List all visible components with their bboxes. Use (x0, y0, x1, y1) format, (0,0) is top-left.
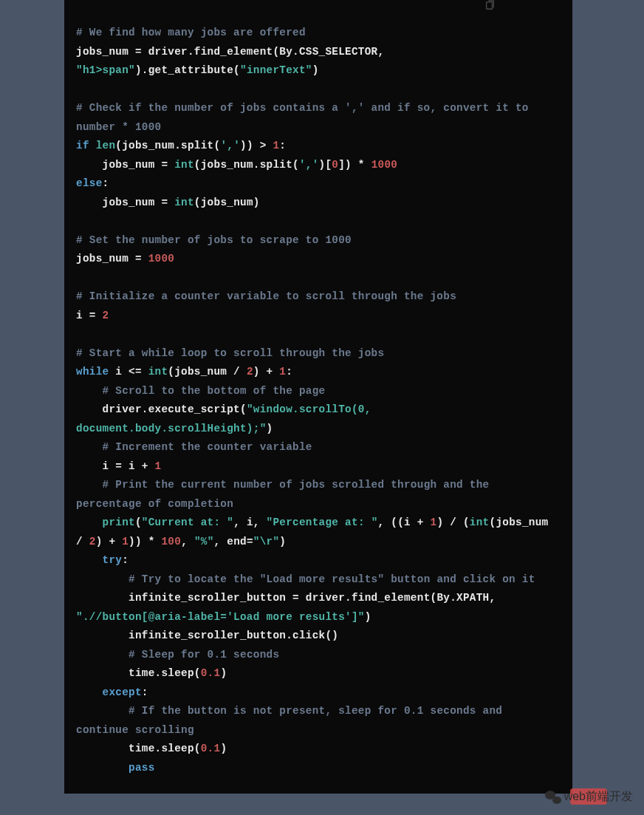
code-toolbar (484, 0, 496, 14)
code-line: try: (76, 551, 561, 570)
code-line: except: (76, 683, 561, 703)
code-line: jobs_num = 1000 (76, 250, 561, 269)
code-line: # Increment the counter variable (76, 438, 561, 457)
code-line: # Print the current number of jobs scrol… (76, 476, 561, 514)
code-line: time.sleep(0.1) (76, 740, 561, 759)
code-line: # We find how many jobs are offered (76, 24, 561, 43)
code-line: while i <= int(jobs_num / 2) + 1: (76, 363, 561, 382)
wechat-icon (545, 791, 561, 804)
code-line: "h1>span").get_attribute("innerText") (76, 61, 561, 81)
code-line: jobs_num = int(jobs_num) (76, 194, 561, 213)
code-line: infinite_scroller_button.click() (76, 627, 561, 646)
code-line (76, 212, 561, 231)
code-line: infinite_scroller_button = driver.find_e… (76, 589, 561, 627)
code-line: # If the button is not present, sleep fo… (76, 702, 561, 740)
code-line: driver.execute_script("window.scrollTo(0… (76, 400, 561, 438)
code-line: jobs_num = int(jobs_num.split(',')[0]) *… (76, 156, 561, 175)
svg-rect-0 (487, 2, 493, 10)
code-line: # Set the number of jobs to scrape to 10… (76, 231, 561, 250)
code-line: i = 2 (76, 307, 561, 326)
watermark-label: web前端开发 (564, 789, 633, 805)
code-line (76, 81, 561, 100)
code-line: # Start a while loop to scroll through t… (76, 344, 561, 364)
code-line: pass (76, 759, 561, 778)
code-line: # Scroll to the bottom of the page (76, 382, 561, 401)
code-line: if len(jobs_num.split(',')) > 1: (76, 137, 561, 156)
code-line: i = i + 1 (76, 457, 561, 477)
code-line: # Check if the number of jobs contains a… (76, 99, 561, 137)
code-line: jobs_num = driver.find_element(By.CSS_SE… (76, 43, 561, 62)
code-content: # We find how many jobs are offeredjobs_… (76, 24, 561, 777)
code-line: # Try to locate the "Load more results" … (76, 570, 561, 590)
code-line (76, 325, 561, 344)
code-line: # Sleep for 0.1 seconds (76, 646, 561, 665)
code-line: print("Current at: ", i, "Percentage at:… (76, 514, 561, 551)
code-line (76, 269, 561, 288)
copy-icon[interactable] (484, 0, 496, 14)
code-line: else: (76, 174, 561, 194)
watermark: web前端开发 (545, 789, 633, 805)
code-line: time.sleep(0.1) (76, 664, 561, 683)
code-line: # Initialize a counter variable to scrol… (76, 287, 561, 307)
code-block: # We find how many jobs are offeredjobs_… (64, 0, 572, 794)
